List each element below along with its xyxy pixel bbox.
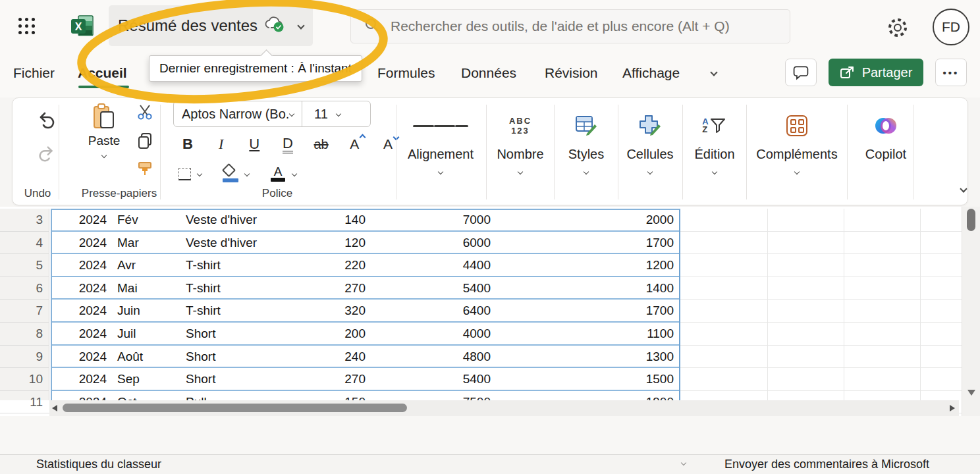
vertical-scrollbar[interactable] <box>962 207 980 416</box>
tab-formules[interactable]: Formules <box>377 61 435 86</box>
fill-color-chevron-icon[interactable] <box>244 171 250 176</box>
borders-chevron-icon[interactable] <box>197 171 202 176</box>
cell-quantity[interactable]: 220 <box>300 254 366 277</box>
cell-year[interactable]: 2024 <box>53 277 107 300</box>
workbook-statistics-button[interactable]: Statistiques du classeur <box>36 455 161 474</box>
share-button[interactable]: Partager <box>829 59 923 86</box>
row-number[interactable]: 5 <box>0 254 43 277</box>
cell-profit[interactable]: 1300 <box>504 346 674 369</box>
search-bar[interactable] <box>350 9 790 43</box>
cell-month[interactable]: Mar <box>117 232 177 255</box>
cell-year[interactable]: 2024 <box>53 323 107 346</box>
cell-product[interactable]: Veste d'hiver <box>186 209 301 232</box>
increase-font-size-button[interactable]: A <box>342 136 366 152</box>
cell-profit[interactable]: 2000 <box>504 209 674 232</box>
row-number[interactable]: 6 <box>0 277 43 300</box>
font-name-select[interactable]: Aptos Narrow (Bo... <box>174 107 290 122</box>
comments-button[interactable] <box>785 59 817 86</box>
cell-quantity[interactable]: 120 <box>300 232 366 255</box>
cell-product[interactable]: T-shirt <box>186 254 301 277</box>
table-row[interactable]: 4 2024 Mar Veste d'hiver 120 6000 1700 <box>0 232 963 255</box>
table-row[interactable]: 9 2024 Août Short 240 4800 1300 <box>0 346 963 369</box>
group-chevron-icon[interactable] <box>794 169 800 174</box>
table-row[interactable]: 8 2024 Juil Short 200 4000 1100 <box>0 323 963 346</box>
horizontal-scrollbar[interactable] <box>49 400 959 416</box>
paste-chevron-icon[interactable] <box>101 153 107 158</box>
cell-quantity[interactable]: 270 <box>300 368 366 391</box>
row-number[interactable]: 9 <box>0 346 43 369</box>
cell-profit[interactable]: 1700 <box>504 232 674 255</box>
fill-color-button[interactable] <box>223 165 238 182</box>
cell-revenue[interactable]: 6400 <box>372 300 491 323</box>
cell-revenue[interactable]: 5400 <box>372 277 491 300</box>
cell-month[interactable]: Fév <box>117 209 177 232</box>
table-row[interactable]: 5 2024 Avr T-shirt 220 4400 1200 <box>0 254 963 277</box>
redo-button[interactable] <box>36 143 56 165</box>
cell-product[interactable]: Short <box>186 368 301 391</box>
cell-profit[interactable]: 1200 <box>504 254 674 277</box>
font-name-chevron-icon[interactable] <box>289 111 294 117</box>
group-chevron-icon[interactable] <box>712 169 717 174</box>
vertical-scrollbar-thumb[interactable] <box>967 209 975 231</box>
cell-product[interactable]: T-shirt <box>186 300 301 323</box>
underline-button[interactable]: U <box>242 136 266 153</box>
cell-product[interactable]: Veste d'hiver <box>186 232 301 255</box>
cell-month[interactable]: Avr <box>117 254 177 277</box>
cell-product[interactable]: T-shirt <box>186 277 301 300</box>
row-number[interactable]: 3 <box>0 209 43 232</box>
tab-affichage[interactable]: Affichage <box>622 61 680 86</box>
cell-year[interactable]: 2024 <box>53 209 107 232</box>
scroll-right-arrow-icon[interactable] <box>950 405 955 411</box>
cell-year[interactable]: 2024 <box>53 232 107 255</box>
app-launcher-waffle-icon[interactable] <box>18 18 36 35</box>
cell-profit[interactable]: 1100 <box>504 323 674 346</box>
table-row[interactable]: 3 2024 Fév Veste d'hiver 140 7000 2000 <box>0 209 963 232</box>
group-nombre[interactable]: ABC123 Nombre <box>487 105 554 199</box>
cell-revenue[interactable]: 6000 <box>372 232 491 255</box>
table-row[interactable]: 6 2024 Mai T-shirt 270 5400 1400 <box>0 277 963 300</box>
format-painter-icon[interactable] <box>136 161 153 181</box>
group-chevron-icon[interactable] <box>647 169 653 174</box>
tab-donnees[interactable]: Données <box>461 61 516 86</box>
cell-profit[interactable]: 1400 <box>504 277 674 300</box>
scroll-left-arrow-icon[interactable] <box>52 405 57 411</box>
worksheet-grid[interactable]: 3 2024 Fév Veste d'hiver 140 7000 2000 4… <box>0 207 980 416</box>
search-input[interactable] <box>391 18 776 34</box>
status-chevron-icon[interactable] <box>681 460 686 465</box>
tab-revision[interactable]: Révision <box>545 61 598 86</box>
cell-product[interactable]: Short <box>186 323 301 346</box>
group-alignement[interactable]: Alignement <box>398 105 483 199</box>
undo-button[interactable] <box>36 109 57 132</box>
copy-icon[interactable] <box>137 132 153 152</box>
table-row[interactable]: 10 2024 Sep Short 270 5400 1500 <box>0 368 963 391</box>
cell-revenue[interactable]: 4000 <box>372 323 491 346</box>
account-avatar[interactable]: FD <box>933 9 969 45</box>
font-color-button[interactable]: A <box>270 166 286 182</box>
borders-button[interactable] <box>178 168 191 180</box>
paste-button[interactable]: Paste <box>78 103 130 157</box>
cell-profit[interactable]: 1700 <box>504 300 674 323</box>
row-number[interactable]: 10 <box>0 368 43 391</box>
group-chevron-icon[interactable] <box>518 169 523 174</box>
row-number[interactable]: 7 <box>0 300 43 323</box>
group-chevron-icon[interactable] <box>584 169 589 174</box>
group-cellules[interactable]: Cellules <box>618 105 682 199</box>
font-color-chevron-icon[interactable] <box>292 171 297 176</box>
send-feedback-link[interactable]: Envoyer des commentaires à Microsoft <box>724 455 929 474</box>
table-row[interactable]: 7 2024 Juin T-shirt 320 6400 1700 <box>0 300 963 323</box>
cell-month[interactable]: Juin <box>117 300 177 323</box>
tab-accueil[interactable]: Accueil <box>78 61 127 86</box>
ribbon-collapse-chevron-icon[interactable] <box>960 185 967 192</box>
horizontal-scrollbar-thumb[interactable] <box>63 404 407 412</box>
cell-revenue[interactable]: 5400 <box>372 368 491 391</box>
bold-button[interactable]: B <box>176 136 200 153</box>
title-chevron-down-icon[interactable] <box>297 22 304 29</box>
tab-fichier[interactable]: Fichier <box>13 61 55 86</box>
cut-scissors-icon[interactable] <box>136 103 153 123</box>
strikethrough-button[interactable]: ab <box>310 137 333 152</box>
cell-year[interactable]: 2024 <box>53 254 107 277</box>
cell-product[interactable]: Short <box>186 346 301 369</box>
cell-profit[interactable]: 1500 <box>504 368 674 391</box>
scroll-down-arrow-icon[interactable] <box>967 390 975 396</box>
cell-month[interactable]: Mai <box>117 277 177 300</box>
